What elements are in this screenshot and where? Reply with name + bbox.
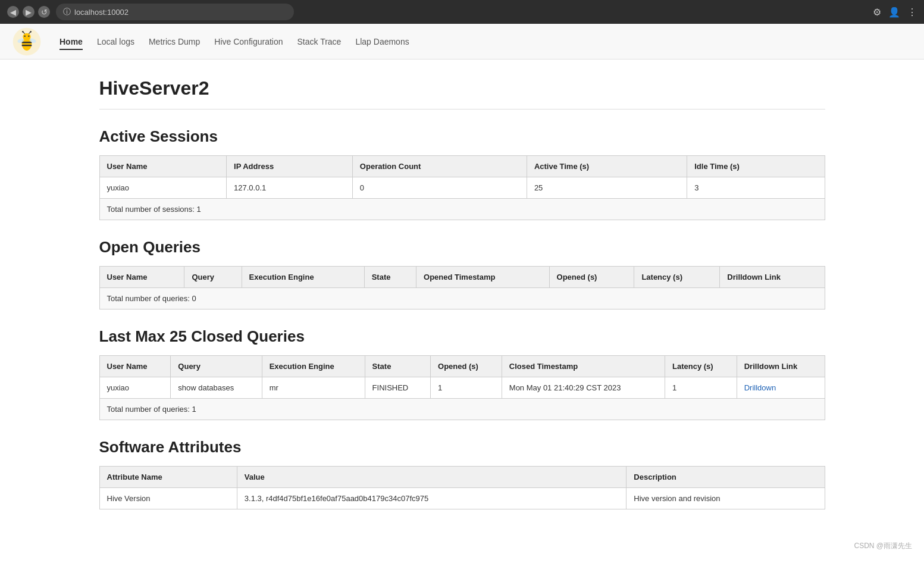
cell-username: yuxiao xyxy=(99,377,171,399)
cell-op-count: 0 xyxy=(352,177,527,199)
col-attr-desc: Description xyxy=(627,467,825,488)
col-attr-name: Attribute Name xyxy=(99,467,237,488)
cell-engine: mr xyxy=(262,377,365,399)
open-queries-footer: Total number of queries: 0 xyxy=(99,288,825,309)
col-opened-s: Opened (s) xyxy=(549,267,634,288)
drilldown-link[interactable]: Drilldown xyxy=(744,383,776,392)
open-queries-title: Open Queries xyxy=(99,238,825,257)
closed-queries-header-row: User Name Query Execution Engine State O… xyxy=(99,356,825,377)
col-active-time: Active Time (s) xyxy=(527,156,687,177)
nav-links: Home Local logs Metrics Dump Hive Config… xyxy=(59,37,409,46)
cell-ip: 127.0.0.1 xyxy=(227,177,353,199)
back-button[interactable]: ◀ xyxy=(7,6,19,18)
cell-active-time: 25 xyxy=(527,177,687,199)
active-sessions-title: Active Sessions xyxy=(99,127,825,146)
col-opened-ts: Opened Timestamp xyxy=(416,267,550,288)
closed-queries-table: User Name Query Execution Engine State O… xyxy=(99,355,825,399)
col-engine: Execution Engine xyxy=(262,356,365,377)
address-bar[interactable]: ⓘ localhost:10002 xyxy=(56,4,294,20)
active-sessions-header-row: User Name IP Address Operation Count Act… xyxy=(99,156,825,177)
nav-buttons: ◀ ▶ ↺ xyxy=(7,6,50,18)
col-username: User Name xyxy=(99,267,184,288)
nav-item-home[interactable]: Home xyxy=(59,37,83,46)
nav-item-llap-daemons[interactable]: Llap Daemons xyxy=(355,37,409,46)
nav-link-hive-configuration[interactable]: Hive Configuration xyxy=(214,35,283,49)
col-closed-ts: Closed Timestamp xyxy=(502,356,665,377)
nav-link-metrics-dump[interactable]: Metrics Dump xyxy=(149,35,200,49)
cell-closed-ts: Mon May 01 21:40:29 CST 2023 xyxy=(502,377,665,399)
col-username: User Name xyxy=(99,156,227,177)
menu-icon[interactable]: ⋮ xyxy=(907,7,917,18)
info-icon: ⓘ xyxy=(63,7,71,17)
col-attr-value: Value xyxy=(237,467,626,488)
page-divider xyxy=(99,109,825,110)
col-state: State xyxy=(365,356,430,377)
active-sessions-footer: Total number of sessions: 1 xyxy=(99,199,825,220)
table-row: yuxiao 127.0.0.1 0 25 3 xyxy=(99,177,825,199)
software-attributes-table: Attribute Name Value Description Hive Ve… xyxy=(99,466,825,509)
url-text: localhost:10002 xyxy=(74,8,129,17)
col-idle-time: Idle Time (s) xyxy=(687,156,825,177)
col-latency: Latency (s) xyxy=(634,267,720,288)
table-row: yuxiao show databases mr FINISHED 1 Mon … xyxy=(99,377,825,399)
col-op-count: Operation Count xyxy=(352,156,527,177)
cell-attr-value: 3.1.3, r4df4d75bf1e16fe0af75aad0b4179c34… xyxy=(237,488,626,509)
closed-queries-title: Last Max 25 Closed Queries xyxy=(99,327,825,346)
cell-attr-desc: Hive version and revision xyxy=(627,488,825,509)
svg-point-6 xyxy=(28,35,30,37)
svg-point-5 xyxy=(24,35,26,37)
svg-rect-3 xyxy=(22,45,32,46)
nav-item-metrics-dump[interactable]: Metrics Dump xyxy=(149,37,200,46)
cell-attr-name: Hive Version xyxy=(99,488,237,509)
nav-link-llap-daemons[interactable]: Llap Daemons xyxy=(355,35,409,49)
col-latency: Latency (s) xyxy=(665,356,737,377)
open-queries-table: User Name Query Execution Engine State O… xyxy=(99,266,825,288)
cell-latency: 1 xyxy=(665,377,737,399)
cell-query: show databases xyxy=(171,377,262,399)
cell-idle-time: 3 xyxy=(687,177,825,199)
svg-point-4 xyxy=(23,33,30,40)
svg-point-9 xyxy=(22,31,24,33)
hive-logo-icon xyxy=(12,27,42,57)
svg-point-10 xyxy=(30,31,32,33)
brand xyxy=(12,27,42,57)
col-state: State xyxy=(364,267,416,288)
page-content: HiveServer2 Active Sessions User Name IP… xyxy=(76,60,849,527)
col-drilldown: Drilldown Link xyxy=(737,356,825,377)
browser-actions: ⚙ 👤 ⋮ xyxy=(873,7,917,18)
page-title: HiveServer2 xyxy=(99,77,825,99)
active-sessions-table: User Name IP Address Operation Count Act… xyxy=(99,155,825,199)
browser-chrome: ◀ ▶ ↺ ⓘ localhost:10002 ⚙ 👤 ⋮ xyxy=(0,0,924,24)
cell-opened-s: 1 xyxy=(431,377,502,399)
software-attributes-header-row: Attribute Name Value Description xyxy=(99,467,825,488)
col-drilldown: Drilldown Link xyxy=(720,267,825,288)
software-attributes-title: Software Attributes xyxy=(99,438,825,456)
table-row: Hive Version 3.1.3, r4df4d75bf1e16fe0af7… xyxy=(99,488,825,509)
cell-username: yuxiao xyxy=(99,177,227,199)
forward-button[interactable]: ▶ xyxy=(23,6,35,18)
nav-link-home[interactable]: Home xyxy=(59,35,83,50)
col-opened-s: Opened (s) xyxy=(431,356,502,377)
navbar: Home Local logs Metrics Dump Hive Config… xyxy=(0,24,924,60)
nav-link-stack-trace[interactable]: Stack Trace xyxy=(297,35,341,49)
col-query: Query xyxy=(171,356,262,377)
col-username: User Name xyxy=(99,356,171,377)
nav-item-local-logs[interactable]: Local logs xyxy=(97,37,134,46)
profile-icon[interactable]: 👤 xyxy=(888,7,900,18)
col-query: Query xyxy=(184,267,242,288)
nav-link-local-logs[interactable]: Local logs xyxy=(97,35,134,49)
refresh-button[interactable]: ↺ xyxy=(38,6,50,18)
col-engine: Execution Engine xyxy=(242,267,364,288)
cell-drilldown-link[interactable]: Drilldown xyxy=(737,377,825,399)
nav-item-stack-trace[interactable]: Stack Trace xyxy=(297,37,341,46)
col-ip: IP Address xyxy=(227,156,353,177)
closed-queries-footer: Total number of queries: 1 xyxy=(99,399,825,420)
extensions-icon[interactable]: ⚙ xyxy=(873,7,881,18)
cell-state: FINISHED xyxy=(365,377,430,399)
svg-rect-2 xyxy=(22,42,32,43)
nav-item-hive-configuration[interactable]: Hive Configuration xyxy=(214,37,283,46)
open-queries-header-row: User Name Query Execution Engine State O… xyxy=(99,267,825,288)
